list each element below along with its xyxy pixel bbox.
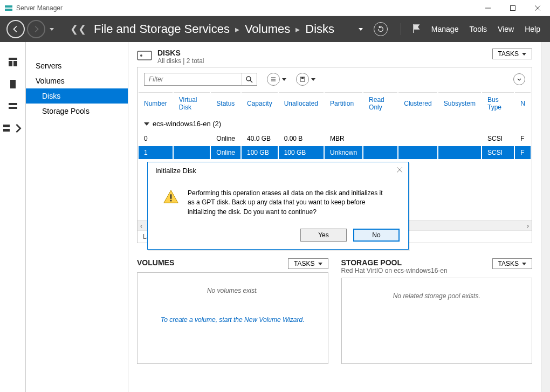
dialog-message: Performing this operation erases all dat… [188,189,387,217]
flag-icon[interactable] [412,24,421,35]
svg-rect-1 [5,9,12,11]
svg-rect-14 [138,51,152,60]
col-unallocated[interactable]: Unallocated [279,92,324,114]
scroll-right-icon[interactable]: › [524,222,532,230]
titlebar: Server Manager [0,0,550,16]
window-maximize-button[interactable] [500,0,525,16]
svg-rect-10 [9,103,17,105]
group-row[interactable]: ecs-windows16-en (2) [139,115,531,131]
col-capacity[interactable]: Capacity [242,92,278,114]
dialog-title: Initialize Disk [155,167,196,175]
local-server-icon[interactable] [8,79,18,91]
filter-input[interactable] [145,74,242,85]
nav-list: Servers Volumes Disks Storage Pools [26,42,128,392]
col-read-only[interactable]: Read Only [363,92,397,114]
save-options-dropdown[interactable] [296,73,315,86]
chevron-right-icon: ▸ [235,24,239,35]
volumes-empty-text: No volumes exist. [138,287,328,294]
initialize-disk-dialog: Initialize Disk Performing this operatio… [147,162,409,250]
disks-title: DISKS [157,49,204,57]
all-servers-icon[interactable] [8,101,18,113]
warning-icon [163,189,179,217]
separator [401,23,401,35]
svg-rect-11 [9,107,17,109]
file-storage-icon[interactable] [3,123,23,133]
breadcrumb-item-2[interactable]: Volumes [245,22,290,36]
navbar: ❮❮ File and Storage Services ▸ Volumes ▸… [0,16,550,42]
svg-point-15 [140,54,142,57]
sidebar-item-servers[interactable]: Servers [26,58,128,73]
breadcrumb-prev-icon[interactable]: ❮❮ [70,23,86,35]
svg-rect-12 [3,125,10,127]
col-status[interactable]: Status [211,92,240,114]
col-clustered[interactable]: Clustered [398,92,437,114]
menu-manage[interactable]: Manage [431,25,459,33]
svg-rect-8 [13,61,17,66]
menu-help[interactable]: Help [525,25,540,33]
col-subsystem[interactable]: Subsystem [438,92,481,114]
breadcrumb-item-1[interactable]: File and Storage Services [94,22,230,36]
table-row[interactable]: 0 Online 40.0 GB 0.00 B MBR SCSI F [139,132,531,145]
disks-subtitle: All disks | 2 total [157,57,204,65]
svg-line-17 [250,80,252,82]
sidebar-item-disks[interactable]: Disks [26,88,128,104]
app-title: Server Manager [16,4,63,12]
storage-tasks-dropdown[interactable]: TASKS [492,258,532,269]
breadcrumb: ❮❮ File and Storage Services ▸ Volumes ▸… [70,22,356,36]
expand-chevron-icon[interactable] [513,73,525,85]
window-close-button[interactable] [525,0,550,16]
col-number[interactable]: Number [139,92,173,114]
svg-rect-9 [10,80,16,88]
svg-rect-3 [511,5,515,10]
storage-empty-text: No related storage pool exists. [342,292,532,300]
disks-icon [137,49,152,63]
search-icon[interactable] [242,73,257,85]
dashboard-icon[interactable] [8,57,18,68]
sidebar-item-volumes[interactable]: Volumes [26,73,128,88]
svg-rect-6 [9,58,17,60]
nav-back-button[interactable] [6,20,25,38]
col-bus-type[interactable]: Bus Type [482,92,514,114]
col-partition[interactable]: Partition [325,92,362,114]
volumes-tasks-dropdown[interactable]: TASKS [288,258,328,269]
view-options-dropdown[interactable] [267,73,286,86]
storage-pool-subtitle: Red Hat VirtIO on ecs-windows16-en [341,267,488,274]
icon-sidebar [0,42,26,392]
table-row[interactable]: 1 Online 100 GB 100 GB Unknown SCSI F [139,146,531,159]
vertical-scrollbar[interactable] [541,42,550,392]
svg-rect-26 [170,200,172,202]
col-virtual-disk[interactable]: Virtual Disk [174,92,210,114]
disks-tasks-dropdown[interactable]: TASKS [492,49,532,59]
volumes-title: VOLUMES [137,258,284,267]
storage-pool-title: STORAGE POOL [341,258,488,267]
menu-view[interactable]: View [498,25,514,33]
window-minimize-button[interactable] [476,0,500,16]
dialog-yes-button[interactable]: Yes [300,229,347,242]
svg-rect-0 [5,5,12,8]
breadcrumb-dropdown[interactable] [359,28,363,31]
new-volume-wizard-link[interactable]: To create a volume, start the New Volume… [138,316,328,324]
breadcrumb-item-3[interactable]: Disks [305,22,334,36]
scroll-left-icon[interactable]: ‹ [138,222,145,230]
svg-rect-13 [3,129,10,132]
svg-point-16 [246,77,251,81]
collapse-icon[interactable] [144,122,149,126]
svg-rect-22 [301,77,304,79]
dialog-no-button[interactable]: No [353,229,400,242]
svg-rect-7 [9,61,12,66]
dialog-close-button[interactable] [396,167,403,175]
app-icon [4,4,13,12]
col-n[interactable]: N [515,92,531,114]
nav-history-dropdown[interactable] [50,28,54,31]
filter-field[interactable] [144,73,257,86]
menu-tools[interactable]: Tools [469,25,487,33]
nav-forward-button[interactable] [27,20,45,38]
chevron-right-icon: ▸ [295,24,300,35]
refresh-icon[interactable] [374,22,390,36]
sidebar-item-storage-pools[interactable]: Storage Pools [26,104,128,119]
svg-rect-25 [170,194,172,198]
